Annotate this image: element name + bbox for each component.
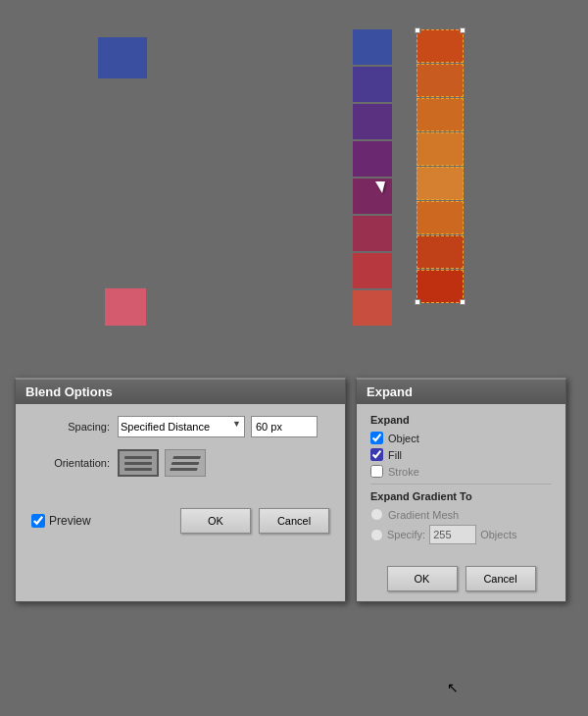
- specify-row: Specify: Objects: [370, 525, 552, 544]
- dash-line-1: [124, 456, 152, 459]
- preview-check[interactable]: Preview: [31, 514, 91, 528]
- object-label: Object: [388, 433, 419, 444]
- spacing-label: Spacing:: [31, 421, 110, 433]
- blend-ok-button[interactable]: OK: [180, 508, 251, 534]
- spacing-select-wrapper[interactable]: Smooth Color Specified Steps Specified D…: [118, 416, 245, 437]
- blend-cancel-button[interactable]: Cancel: [259, 508, 329, 534]
- blend-sq-5: [353, 179, 392, 214]
- dash-line-3: [124, 468, 152, 471]
- preview-label: Preview: [49, 514, 91, 528]
- gradient-mesh-label: Gradient Mesh: [388, 509, 459, 521]
- stroke-check-row: Stroke: [370, 465, 552, 478]
- orientation-icons: [118, 449, 206, 477]
- objects-label: Objects: [480, 529, 516, 540]
- expand-divider: [370, 484, 552, 485]
- dash-line-path-1: [172, 456, 201, 459]
- expand-section: Expand Object Fill Stroke Expand Gradien…: [357, 404, 565, 560]
- orientation-row: Orientation:: [31, 449, 329, 477]
- dash-lines-page: [124, 456, 152, 471]
- blend-options-title: Blend Options: [16, 380, 345, 404]
- expand-section-title: Expand: [370, 414, 552, 426]
- object-checkbox[interactable]: [370, 432, 383, 444]
- expand-dialog[interactable]: Expand Expand Object Fill Stroke Expand …: [356, 378, 566, 602]
- expanded-item-7: [416, 235, 464, 269]
- blend-sq-1: [353, 29, 392, 65]
- gradient-mesh-radio[interactable]: [370, 508, 383, 521]
- blend-sq-2: [353, 67, 392, 102]
- blend-options-footer: Preview OK Cancel: [16, 500, 345, 545]
- blend-sq-3: [353, 104, 392, 139]
- expanded-item-6: [416, 201, 464, 234]
- orient-page-icon[interactable]: [118, 449, 159, 477]
- expanded-item-5: [416, 167, 464, 200]
- expanded-item-4: [416, 132, 464, 166]
- gradient-section-title: Expand Gradient To: [370, 490, 552, 502]
- object-check-row: Object: [370, 432, 552, 444]
- specify-label: Specify:: [387, 529, 425, 540]
- handle-tl: [415, 27, 420, 33]
- expanded-item-3: [416, 98, 464, 131]
- cursor2: ↖: [447, 680, 459, 695]
- expand-ok-button[interactable]: OK: [387, 566, 458, 591]
- expanded-item-bottom: [416, 270, 464, 303]
- blend-options-dialog[interactable]: Blend Options Spacing: Smooth Color Spec…: [15, 378, 346, 602]
- blend-sq-7: [353, 253, 392, 288]
- blend-sq-6: [353, 216, 392, 251]
- dash-lines-path: [170, 456, 201, 471]
- stroke-checkbox[interactable]: [370, 465, 383, 478]
- expanded-column: [416, 29, 464, 304]
- specify-input[interactable]: [429, 525, 476, 544]
- preview-checkbox[interactable]: [31, 514, 45, 528]
- dash-line-path-2: [172, 462, 200, 465]
- fill-label: Fill: [388, 449, 402, 461]
- blend-sq-8: [353, 290, 392, 326]
- dash-line-path-3: [170, 468, 198, 471]
- orient-path-icon[interactable]: [165, 449, 206, 477]
- spacing-select[interactable]: Smooth Color Specified Steps Specified D…: [118, 416, 245, 437]
- handle-br: [460, 299, 466, 305]
- canvas-area: [0, 0, 588, 368]
- expanded-item-top: [416, 29, 464, 63]
- blend-sq-4: [353, 141, 392, 177]
- dash-line-2: [124, 462, 152, 465]
- gradient-mesh-row: Gradient Mesh: [370, 508, 552, 521]
- specify-radio[interactable]: [370, 529, 383, 541]
- orientation-label: Orientation:: [31, 457, 110, 469]
- blue-square-topleft: [98, 37, 147, 78]
- expanded-item-2: [416, 64, 464, 97]
- stroke-label: Stroke: [388, 466, 419, 478]
- dialog-row: Blend Options Spacing: Smooth Color Spec…: [15, 378, 566, 602]
- expand-cancel-button[interactable]: Cancel: [466, 566, 536, 591]
- blend-column-left: [353, 29, 392, 328]
- fill-checkbox[interactable]: [370, 448, 383, 461]
- expand-title: Expand: [357, 380, 565, 404]
- handle-bl: [415, 299, 420, 305]
- spacing-row: Spacing: Smooth Color Specified Steps Sp…: [31, 416, 329, 437]
- blend-options-body: Spacing: Smooth Color Specified Steps Sp…: [16, 404, 345, 500]
- spacing-value-input[interactable]: [251, 416, 318, 437]
- pink-square-bottomleft: [105, 288, 146, 326]
- fill-check-row: Fill: [370, 448, 552, 461]
- cursor-arrow: [375, 181, 385, 193]
- handle-tr: [460, 27, 466, 33]
- expand-footer: OK Cancel: [357, 560, 565, 601]
